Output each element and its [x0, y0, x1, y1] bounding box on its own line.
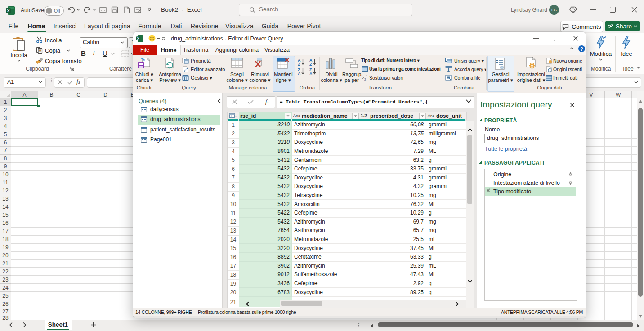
svg-text:X: X	[137, 37, 139, 40]
svg-text:X: X	[7, 9, 9, 13]
svg-text:Z: Z	[298, 62, 300, 66]
svg-text:1: 1	[361, 75, 363, 78]
svg-text:A: A	[309, 72, 313, 75]
svg-text:2: 2	[364, 78, 366, 81]
svg-text:A: A	[298, 72, 301, 75]
svg-text:Z: Z	[309, 62, 312, 66]
